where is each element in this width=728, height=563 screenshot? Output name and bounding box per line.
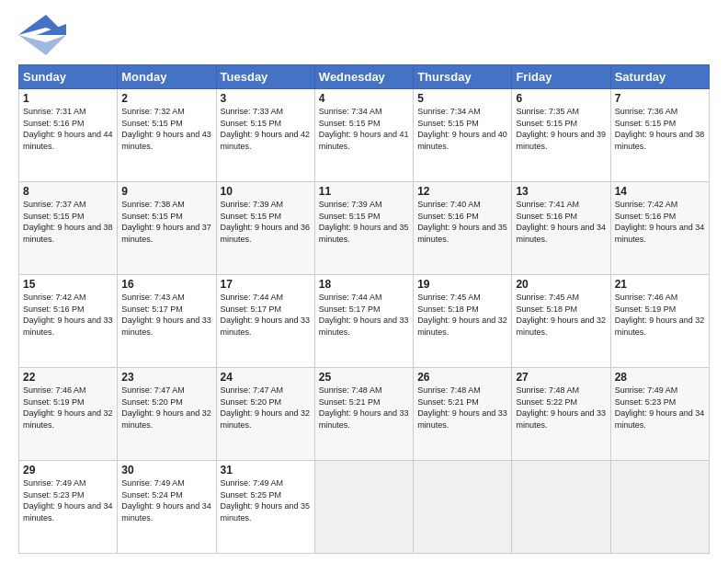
day-cell: 29 Sunrise: 7:49 AMSunset: 5:23 PMDaylig… (19, 461, 118, 554)
col-header-sunday: Sunday (19, 65, 118, 89)
day-info: Sunrise: 7:32 AMSunset: 5:15 PMDaylight:… (121, 107, 211, 151)
day-number: 12 (417, 185, 507, 198)
col-header-wednesday: Wednesday (314, 65, 413, 89)
day-number: 2 (121, 92, 211, 105)
day-number: 6 (516, 92, 606, 105)
day-cell: 15 Sunrise: 7:42 AMSunset: 5:16 PMDaylig… (19, 275, 118, 368)
day-info: Sunrise: 7:49 AMSunset: 5:25 PMDaylight:… (221, 478, 311, 523)
day-number: 8 (23, 185, 113, 198)
day-cell: 7 Sunrise: 7:36 AMSunset: 5:15 PMDayligh… (610, 89, 709, 182)
day-info: Sunrise: 7:39 AMSunset: 5:15 PMDaylight:… (319, 200, 409, 244)
day-info: Sunrise: 7:42 AMSunset: 5:16 PMDaylight:… (615, 200, 705, 244)
day-info: Sunrise: 7:49 AMSunset: 5:24 PMDaylight:… (121, 478, 211, 523)
day-info: Sunrise: 7:34 AMSunset: 5:15 PMDaylight:… (417, 107, 507, 151)
day-cell: 27 Sunrise: 7:48 AMSunset: 5:22 PMDaylig… (512, 368, 610, 461)
day-info: Sunrise: 7:45 AMSunset: 5:18 PMDaylight:… (516, 293, 606, 337)
day-info: Sunrise: 7:47 AMSunset: 5:20 PMDaylight:… (221, 385, 311, 430)
day-cell: 12 Sunrise: 7:40 AMSunset: 5:16 PMDaylig… (414, 182, 512, 275)
day-info: Sunrise: 7:44 AMSunset: 5:17 PMDaylight:… (319, 293, 409, 337)
day-number: 18 (319, 278, 409, 291)
day-cell: 23 Sunrise: 7:47 AMSunset: 5:20 PMDaylig… (118, 368, 216, 461)
day-number: 9 (121, 185, 211, 198)
day-cell: 4 Sunrise: 7:34 AMSunset: 5:15 PMDayligh… (314, 89, 413, 182)
day-info: Sunrise: 7:45 AMSunset: 5:18 PMDaylight:… (417, 293, 507, 337)
day-cell: 2 Sunrise: 7:32 AMSunset: 5:15 PMDayligh… (118, 89, 216, 182)
day-number: 22 (23, 371, 113, 384)
day-cell: 24 Sunrise: 7:47 AMSunset: 5:20 PMDaylig… (216, 368, 314, 461)
day-info: Sunrise: 7:41 AMSunset: 5:16 PMDaylight:… (516, 200, 606, 244)
col-header-friday: Friday (512, 65, 610, 89)
header (18, 15, 710, 55)
day-info: Sunrise: 7:48 AMSunset: 5:22 PMDaylight:… (516, 385, 606, 430)
day-number: 19 (417, 278, 507, 291)
page: SundayMondayTuesdayWednesdayThursdayFrid… (0, 0, 728, 563)
day-cell: 31 Sunrise: 7:49 AMSunset: 5:25 PMDaylig… (216, 461, 314, 554)
day-cell: 5 Sunrise: 7:34 AMSunset: 5:15 PMDayligh… (414, 89, 512, 182)
day-number: 29 (23, 464, 113, 477)
logo (18, 15, 66, 55)
day-cell: 13 Sunrise: 7:41 AMSunset: 5:16 PMDaylig… (512, 182, 610, 275)
day-number: 15 (23, 278, 113, 291)
col-header-saturday: Saturday (610, 65, 709, 89)
day-info: Sunrise: 7:47 AMSunset: 5:20 PMDaylight:… (121, 385, 211, 430)
day-info: Sunrise: 7:48 AMSunset: 5:21 PMDaylight:… (319, 385, 409, 430)
day-cell: 3 Sunrise: 7:33 AMSunset: 5:15 PMDayligh… (216, 89, 314, 182)
calendar-header-row: SundayMondayTuesdayWednesdayThursdayFrid… (19, 65, 710, 89)
day-info: Sunrise: 7:33 AMSunset: 5:15 PMDaylight:… (221, 107, 311, 151)
day-cell (314, 461, 413, 554)
day-info: Sunrise: 7:34 AMSunset: 5:15 PMDaylight:… (319, 107, 409, 151)
day-info: Sunrise: 7:48 AMSunset: 5:21 PMDaylight:… (417, 385, 507, 430)
day-info: Sunrise: 7:46 AMSunset: 5:19 PMDaylight:… (615, 293, 705, 337)
day-info: Sunrise: 7:31 AMSunset: 5:16 PMDaylight:… (23, 107, 113, 151)
day-cell: 17 Sunrise: 7:44 AMSunset: 5:17 PMDaylig… (216, 275, 314, 368)
day-number: 4 (319, 92, 409, 105)
calendar-table: SundayMondayTuesdayWednesdayThursdayFrid… (18, 64, 710, 554)
day-cell: 9 Sunrise: 7:38 AMSunset: 5:15 PMDayligh… (118, 182, 216, 275)
day-cell: 11 Sunrise: 7:39 AMSunset: 5:15 PMDaylig… (314, 182, 413, 275)
day-cell: 21 Sunrise: 7:46 AMSunset: 5:19 PMDaylig… (610, 275, 709, 368)
day-info: Sunrise: 7:49 AMSunset: 5:23 PMDaylight:… (23, 478, 113, 523)
day-number: 26 (417, 371, 507, 384)
day-number: 28 (615, 371, 705, 384)
day-cell (610, 461, 709, 554)
day-cell: 18 Sunrise: 7:44 AMSunset: 5:17 PMDaylig… (314, 275, 413, 368)
day-cell (512, 461, 610, 554)
day-info: Sunrise: 7:42 AMSunset: 5:16 PMDaylight:… (23, 293, 113, 337)
col-header-monday: Monday (118, 65, 216, 89)
day-info: Sunrise: 7:35 AMSunset: 5:15 PMDaylight:… (516, 107, 606, 151)
day-number: 23 (121, 371, 211, 384)
day-cell: 26 Sunrise: 7:48 AMSunset: 5:21 PMDaylig… (414, 368, 512, 461)
day-number: 24 (221, 371, 311, 384)
logo-bird-icon (18, 15, 66, 55)
day-cell: 30 Sunrise: 7:49 AMSunset: 5:24 PMDaylig… (118, 461, 216, 554)
day-cell: 6 Sunrise: 7:35 AMSunset: 5:15 PMDayligh… (512, 89, 610, 182)
day-info: Sunrise: 7:36 AMSunset: 5:15 PMDaylight:… (615, 107, 705, 151)
day-number: 13 (516, 185, 606, 198)
week-row-5: 29 Sunrise: 7:49 AMSunset: 5:23 PMDaylig… (19, 461, 710, 554)
day-cell: 25 Sunrise: 7:48 AMSunset: 5:21 PMDaylig… (314, 368, 413, 461)
day-info: Sunrise: 7:37 AMSunset: 5:15 PMDaylight:… (23, 200, 113, 244)
day-number: 16 (121, 278, 211, 291)
day-cell: 20 Sunrise: 7:45 AMSunset: 5:18 PMDaylig… (512, 275, 610, 368)
day-number: 5 (417, 92, 507, 105)
day-info: Sunrise: 7:40 AMSunset: 5:16 PMDaylight:… (417, 200, 507, 244)
svg-marker-1 (18, 35, 66, 55)
day-info: Sunrise: 7:38 AMSunset: 5:15 PMDaylight:… (121, 200, 211, 244)
day-cell: 8 Sunrise: 7:37 AMSunset: 5:15 PMDayligh… (19, 182, 118, 275)
day-info: Sunrise: 7:39 AMSunset: 5:15 PMDaylight:… (221, 200, 311, 244)
col-header-thursday: Thursday (414, 65, 512, 89)
day-number: 31 (221, 464, 311, 477)
day-number: 25 (319, 371, 409, 384)
week-row-2: 8 Sunrise: 7:37 AMSunset: 5:15 PMDayligh… (19, 182, 710, 275)
day-cell: 1 Sunrise: 7:31 AMSunset: 5:16 PMDayligh… (19, 89, 118, 182)
week-row-1: 1 Sunrise: 7:31 AMSunset: 5:16 PMDayligh… (19, 89, 710, 182)
day-number: 17 (221, 278, 311, 291)
day-number: 20 (516, 278, 606, 291)
day-cell (414, 461, 512, 554)
week-row-3: 15 Sunrise: 7:42 AMSunset: 5:16 PMDaylig… (19, 275, 710, 368)
week-row-4: 22 Sunrise: 7:46 AMSunset: 5:19 PMDaylig… (19, 368, 710, 461)
day-cell: 14 Sunrise: 7:42 AMSunset: 5:16 PMDaylig… (610, 182, 709, 275)
day-info: Sunrise: 7:49 AMSunset: 5:23 PMDaylight:… (615, 385, 705, 430)
day-number: 11 (319, 185, 409, 198)
day-info: Sunrise: 7:44 AMSunset: 5:17 PMDaylight:… (221, 293, 311, 337)
